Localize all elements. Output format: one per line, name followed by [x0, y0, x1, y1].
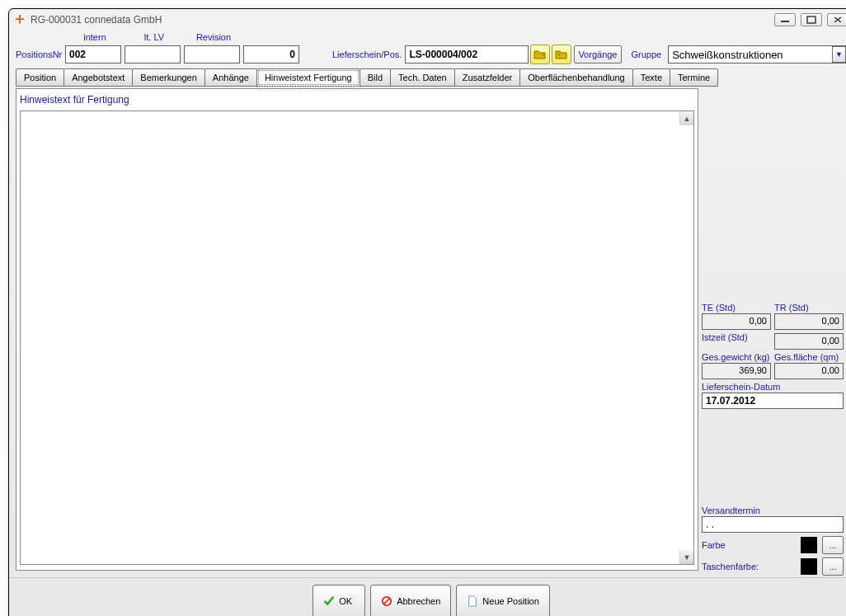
new-position-label: Neue Position: [482, 596, 539, 606]
tab-termine[interactable]: Termine: [670, 68, 718, 87]
folder-open-icon: [533, 49, 547, 60]
main-panel: Hinweistext für Fertigung ▲ ▼: [16, 88, 698, 571]
titlebar: RG-000031 connedata GmbH: [9, 9, 846, 31]
taschenfarbe-label: Taschenfarbe:: [702, 562, 759, 571]
scroll-up-button[interactable]: ▲: [679, 111, 693, 125]
ok-label: OK: [339, 596, 352, 606]
gruppe-dropdown-button[interactable]: ▼: [832, 46, 846, 63]
revision-input[interactable]: [243, 45, 299, 63]
tr-value: 0,00: [774, 313, 844, 330]
gruppe-label: Gruppe: [632, 49, 662, 59]
cancel-label: Abbrechen: [397, 596, 440, 606]
ltlv-input[interactable]: [184, 45, 240, 63]
cancel-icon: [381, 595, 392, 607]
taschenfarbe-swatch: [801, 558, 817, 575]
chevron-down-icon: ▼: [684, 553, 691, 562]
scroll-down-button[interactable]: ▼: [679, 550, 693, 564]
folder-back-button[interactable]: [552, 45, 571, 64]
document-icon: [467, 595, 478, 607]
new-position-button[interactable]: Neue Position: [456, 585, 550, 617]
vorgaenge-button[interactable]: Vorgänge: [574, 45, 621, 63]
flaeche-label: Ges.fläche (qm): [774, 352, 844, 362]
tab-angebotstext[interactable]: Angebotstext: [63, 68, 133, 87]
lieferschein-label: Lieferschein/Pos.: [332, 49, 402, 59]
chevron-down-icon: ▼: [835, 50, 843, 59]
svg-line-3: [384, 598, 390, 604]
tab-oberflaechenbehandlung[interactable]: Oberflächenbehandlung: [519, 68, 632, 87]
lieferdatum-label: Lieferschein-Datum: [702, 382, 844, 392]
ok-button[interactable]: OK: [313, 585, 365, 617]
revision-label: Revision: [184, 32, 243, 42]
ltlv-label: lt. LV: [125, 32, 184, 42]
close-button[interactable]: [827, 13, 846, 26]
chevron-up-icon: ▲: [684, 115, 691, 123]
panel-title: Hinweistext für Fertigung: [16, 89, 698, 109]
app-window: RG-000031 connedata GmbH intern lt. LV R…: [8, 8, 846, 616]
app-icon: [14, 14, 26, 26]
gewicht-value: 369,90: [702, 363, 771, 379]
versand-label: Versandtermin: [702, 505, 844, 515]
svg-rect-1: [807, 16, 815, 23]
lieferschein-input[interactable]: [405, 45, 529, 63]
header-inputs: PositionsNr Lieferschein/Pos. Vorgänge G…: [9, 44, 846, 65]
istzeit-label: Istzeit (Std): [702, 332, 771, 342]
hinweistext-textarea[interactable]: ▲ ▼: [20, 111, 694, 565]
tab-tech-daten[interactable]: Tech. Daten: [390, 68, 455, 87]
tab-bemerkungen[interactable]: Bemerkungen: [132, 68, 205, 87]
tab-zusatzfelder[interactable]: Zusatzfelder: [454, 68, 521, 87]
tr-label: TR (Std): [774, 303, 844, 313]
tab-position[interactable]: Position: [16, 68, 64, 87]
taschenfarbe-picker-button[interactable]: ...: [822, 557, 844, 576]
header-labels: intern lt. LV Revision: [9, 31, 846, 44]
side-panel: TE (Std) 0,00 TR (Std) 0,00 Istzeit (Std…: [698, 87, 846, 577]
tab-texte[interactable]: Texte: [632, 68, 670, 87]
istzeit-value: 0,00: [774, 333, 844, 350]
folder-open-button[interactable]: [530, 45, 550, 64]
footer: OK Abbrechen Neue Position: [9, 577, 846, 616]
gewicht-label: Ges.gewicht (kg): [702, 352, 771, 362]
folder-back-icon: [555, 49, 568, 60]
lieferdatum-value[interactable]: 17.07.2012: [702, 393, 844, 409]
check-icon: [323, 595, 335, 607]
farbe-picker-button[interactable]: ...: [822, 536, 844, 554]
tab-bild[interactable]: Bild: [360, 68, 391, 87]
tab-hinweistext-fertigung[interactable]: Hinweistext Fertigung: [256, 68, 360, 87]
cancel-button[interactable]: Abbrechen: [370, 585, 451, 617]
versand-value[interactable]: . .: [702, 516, 844, 533]
intern-label: intern: [65, 32, 125, 42]
te-label: TE (Std): [702, 303, 771, 313]
maximize-button[interactable]: [801, 13, 822, 26]
body: Hinweistext für Fertigung ▲ ▼ TE (Std) 0…: [9, 87, 846, 577]
flaeche-value: 0,00: [774, 363, 844, 379]
farbe-label: Farbe: [702, 540, 726, 550]
svg-rect-0: [781, 21, 789, 22]
tabs: Position Angebotstext Bemerkungen Anhäng…: [9, 65, 846, 87]
tab-anhaenge[interactable]: Anhänge: [204, 68, 257, 87]
positionsnr-input[interactable]: [65, 45, 121, 63]
minimize-button[interactable]: [774, 13, 796, 26]
te-value: 0,00: [702, 313, 771, 330]
gruppe-select[interactable]: [668, 45, 846, 63]
positionsnr-label: PositionsNr: [16, 49, 65, 59]
farbe-swatch: [801, 537, 817, 553]
intern-input[interactable]: [125, 45, 181, 63]
window-title: RG-000031 connedata GmbH: [31, 14, 162, 26]
